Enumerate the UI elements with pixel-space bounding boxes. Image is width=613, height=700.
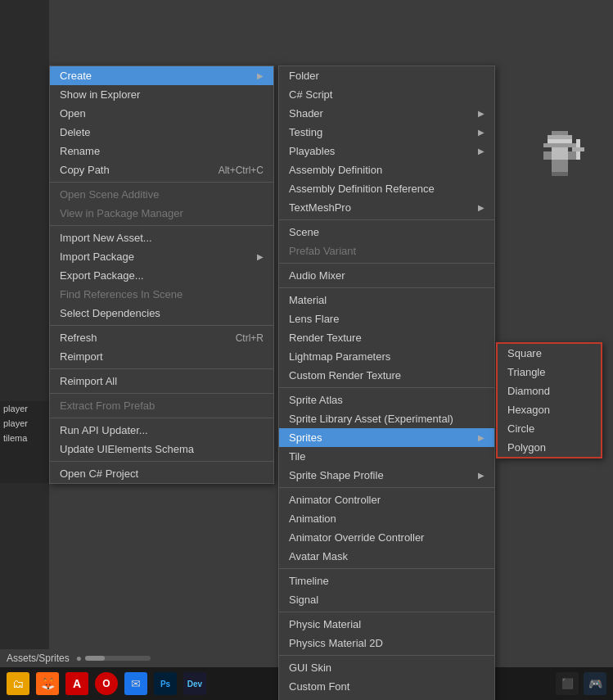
create-custom-render-texture[interactable]: Custom Render Texture bbox=[279, 366, 494, 385]
menu-run-api-updater[interactable]: Run API Updater... bbox=[50, 421, 273, 440]
svg-rect-4 bbox=[552, 147, 568, 160]
svg-rect-8 bbox=[572, 147, 584, 151]
menu-show-explorer[interactable]: Show in Explorer bbox=[50, 85, 273, 104]
menu-extract-from-prefab: Extract From Prefab bbox=[50, 396, 273, 415]
menu-import-package[interactable]: Import Package ▶ bbox=[50, 247, 273, 266]
create-animation[interactable]: Animation bbox=[279, 509, 494, 528]
svg-rect-3 bbox=[543, 143, 576, 147]
assets-path-bar: Assets/Sprites ● bbox=[0, 649, 164, 667]
svg-rect-6 bbox=[568, 151, 576, 160]
left-context-menu: Create ▶ Show in Explorer Open Delete Re… bbox=[49, 65, 274, 484]
create-folder[interactable]: Folder bbox=[279, 66, 494, 85]
svg-rect-12 bbox=[560, 172, 568, 176]
taskbar-files-icon[interactable]: 🗂 bbox=[7, 672, 29, 695]
sprite-triangle[interactable]: Triangle bbox=[498, 363, 601, 382]
create-sprite-atlas[interactable]: Sprite Atlas bbox=[279, 391, 494, 409]
taskbar-opera-icon[interactable]: O bbox=[95, 672, 118, 695]
menu-update-uielements[interactable]: Update UIElements Schema bbox=[50, 440, 273, 458]
create-avatar-mask[interactable]: Avatar Mask bbox=[279, 547, 494, 566]
sprite-diamond[interactable]: Diamond bbox=[498, 382, 601, 400]
create-assembly-def[interactable]: Assembly Definition bbox=[279, 160, 494, 179]
menu-open-scene-additive: Open Scene Additive bbox=[50, 185, 273, 204]
create-physic-material[interactable]: Physic Material bbox=[279, 615, 494, 634]
create-scene[interactable]: Scene bbox=[279, 223, 494, 242]
menu-export-package[interactable]: Export Package... bbox=[50, 266, 273, 285]
create-lens-flare[interactable]: Lens Flare bbox=[279, 309, 494, 328]
menu-delete[interactable]: Delete bbox=[50, 123, 273, 142]
menu-refresh[interactable]: Refresh Ctrl+R bbox=[50, 328, 273, 347]
svg-rect-1 bbox=[548, 135, 572, 139]
taskbar-unity-icon[interactable]: ⬛ bbox=[556, 672, 579, 695]
menu-import-new-asset[interactable]: Import New Asset... bbox=[50, 228, 273, 247]
taskbar-devtools-icon[interactable]: Dev bbox=[183, 672, 206, 695]
create-textmeshpro[interactable]: TextMeshPro▶ bbox=[279, 198, 494, 217]
create-sprite-library[interactable]: Sprite Library Asset (Experimental) bbox=[279, 409, 494, 428]
create-uielements[interactable]: UIElements▶ bbox=[279, 696, 494, 700]
create-playables[interactable]: Playables▶ bbox=[279, 142, 494, 160]
sprite-hexagon[interactable]: Hexagon bbox=[498, 400, 601, 419]
svg-rect-10 bbox=[560, 160, 568, 172]
create-gui-skin[interactable]: GUI Skin bbox=[279, 658, 494, 677]
sprites-submenu: Square Triangle Diamond Hexagon Circle P… bbox=[496, 342, 602, 458]
menu-rename[interactable]: Rename bbox=[50, 142, 273, 160]
create-animator-override[interactable]: Animator Override Controller bbox=[279, 528, 494, 547]
create-lightmap-params[interactable]: Lightmap Parameters bbox=[279, 347, 494, 366]
menu-reimport[interactable]: Reimport bbox=[50, 347, 273, 366]
menu-open-csharp[interactable]: Open C# Project bbox=[50, 464, 273, 483]
taskbar-steam-icon[interactable]: 🎮 bbox=[584, 672, 606, 695]
menu-find-references: Find References In Scene bbox=[50, 285, 273, 304]
menu-view-package-manager: View in Package Manager bbox=[50, 204, 273, 223]
taskbar-email-icon[interactable]: ✉ bbox=[124, 672, 147, 695]
create-prefab-variant: Prefab Variant bbox=[279, 242, 494, 260]
create-physics-material-2d[interactable]: Physics Material 2D bbox=[279, 634, 494, 653]
create-custom-font[interactable]: Custom Font bbox=[279, 677, 494, 696]
create-shader[interactable]: Shader▶ bbox=[279, 104, 494, 123]
create-animator-controller[interactable]: Animator Controller bbox=[279, 490, 494, 509]
create-signal[interactable]: Signal bbox=[279, 590, 494, 609]
create-csharp-script[interactable]: C# Script bbox=[279, 85, 494, 104]
taskbar-acrobat-icon[interactable]: A bbox=[65, 672, 88, 695]
create-tile[interactable]: Tile bbox=[279, 447, 494, 466]
sprite-circle[interactable]: Circle bbox=[498, 419, 601, 438]
create-testing[interactable]: Testing▶ bbox=[279, 123, 494, 142]
svg-rect-0 bbox=[552, 131, 568, 135]
create-render-texture[interactable]: Render Texture bbox=[279, 328, 494, 347]
svg-rect-9 bbox=[552, 160, 560, 172]
file-item-1: player bbox=[0, 401, 49, 416]
taskbar-photoshop-icon[interactable]: Ps bbox=[154, 672, 177, 695]
menu-copy-path[interactable]: Copy Path Alt+Ctrl+C bbox=[50, 160, 273, 179]
create-audio-mixer[interactable]: Audio Mixer bbox=[279, 266, 494, 285]
create-assembly-def-ref[interactable]: Assembly Definition Reference bbox=[279, 179, 494, 198]
menu-select-dependencies[interactable]: Select Dependencies bbox=[50, 304, 273, 323]
svg-rect-11 bbox=[552, 172, 560, 176]
taskbar-firefox-icon[interactable]: 🦊 bbox=[36, 672, 59, 695]
menu-create[interactable]: Create ▶ bbox=[50, 66, 273, 85]
create-material[interactable]: Material bbox=[279, 291, 494, 309]
create-timeline[interactable]: Timeline bbox=[279, 571, 494, 590]
sprite-polygon[interactable]: Polygon bbox=[498, 438, 601, 457]
menu-reimport-all[interactable]: Reimport All bbox=[50, 372, 273, 391]
assets-path-text: Assets/Sprites bbox=[7, 653, 70, 664]
pixel-character bbox=[531, 127, 588, 184]
create-sprites[interactable]: Sprites▶ bbox=[279, 428, 494, 447]
create-submenu: Folder C# Script Shader▶ Testing▶ Playab… bbox=[278, 65, 495, 700]
file-item-3: tilema bbox=[0, 431, 49, 445]
svg-rect-5 bbox=[543, 151, 552, 160]
file-item-2: player bbox=[0, 416, 49, 431]
sprite-square[interactable]: Square bbox=[498, 344, 601, 363]
menu-open[interactable]: Open bbox=[50, 104, 273, 123]
create-sprite-shape-profile[interactable]: Sprite Shape Profile▶ bbox=[279, 466, 494, 485]
